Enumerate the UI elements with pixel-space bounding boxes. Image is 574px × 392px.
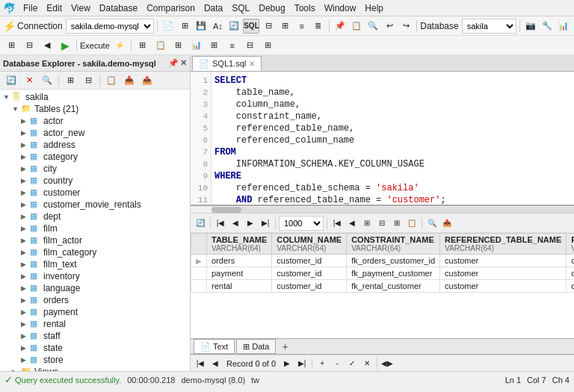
arrow-film_actor[interactable]: ▶ (21, 237, 30, 244)
menu-item-window[interactable]: Window (320, 1, 361, 15)
rec-last-btn[interactable]: ▶| (295, 357, 309, 370)
editor-hscroll[interactable]: ⟺ (191, 206, 574, 214)
tree-table-orders[interactable]: ▶▦orders (0, 294, 190, 306)
rec-next-btn[interactable]: ▶ (280, 357, 294, 370)
exec-btn-10[interactable]: ⊞ (206, 38, 223, 53)
toolbar-btn-7[interactable]: ⊟ (261, 19, 276, 34)
arrow-address[interactable]: ▶ (21, 141, 30, 149)
th-column-name[interactable]: COLUMN_NAMEVARCHAR(64) (272, 234, 347, 255)
res-last-btn[interactable]: ▶| (259, 217, 272, 230)
res-btn-2[interactable]: ◀ (345, 217, 359, 230)
db-delete-btn[interactable]: ✕ (21, 73, 37, 88)
pin-icon[interactable]: 📌 (168, 58, 179, 68)
tree-arrow-tables[interactable]: ▼ (12, 105, 21, 113)
arrow-staff[interactable]: ▶ (21, 332, 30, 340)
menu-item-comparison[interactable]: Comparison (142, 1, 200, 15)
exec-btn-3[interactable]: ◀ (39, 38, 55, 53)
arrow-city[interactable]: ▶ (21, 165, 30, 172)
toolbar-btn-14[interactable]: ↩ (382, 19, 397, 34)
tree-table-store[interactable]: ▶▦store (0, 354, 190, 366)
res-search-btn[interactable]: 🔍 (425, 217, 439, 230)
arrow-inventory[interactable]: ▶ (21, 273, 30, 280)
table-row[interactable]: payment customer_id fk_payment_customer … (191, 267, 575, 280)
menu-item-help[interactable]: Help (360, 1, 388, 15)
toolbar-btn-1[interactable]: 📄 (161, 19, 176, 34)
res-prev-btn[interactable]: ◀ (229, 217, 242, 230)
rec-first-btn[interactable]: |◀ (194, 357, 207, 370)
arrow-payment[interactable]: ▶ (21, 308, 30, 316)
add-tab-btn[interactable]: + (277, 340, 292, 352)
res-btn-1[interactable]: |◀ (330, 217, 344, 230)
exec-btn-12[interactable]: ⊟ (242, 38, 259, 53)
db-filter-btn[interactable]: 🔍 (39, 73, 55, 88)
menu-item-file[interactable]: File (19, 1, 42, 15)
toolbar-btn-10[interactable]: ≣ (311, 19, 326, 34)
tree-table-address[interactable]: ▶▦address (0, 139, 190, 151)
table-row[interactable]: rental customer_id fk_rental_customer cu… (191, 280, 575, 293)
toolbar-btn-11[interactable]: 📌 (333, 19, 348, 34)
arrow-language[interactable]: ▶ (21, 284, 30, 292)
limit-dropdown[interactable]: 1000 100 500 (279, 216, 324, 231)
toolbar-btn-18[interactable]: 📊 (556, 19, 571, 34)
tree-root[interactable]: ▼ 🗄 sakila (0, 91, 190, 103)
res-grid-btn[interactable]: ⊞ (360, 217, 374, 230)
sql-mode-btn[interactable]: SQL (243, 19, 259, 34)
arrow-actor[interactable]: ▶ (21, 117, 30, 125)
res-first-btn[interactable]: |◀ (214, 217, 227, 230)
tree-table-film_text[interactable]: ▶▦film_text (0, 258, 190, 270)
exec-btn-6[interactable]: ⊞ (135, 38, 151, 53)
refresh-results-btn[interactable]: 🔄 (194, 217, 207, 230)
tree-tables[interactable]: ▼ 📁 Tables (21) (0, 103, 190, 115)
arrow-actor_new[interactable]: ▶ (21, 129, 30, 137)
arrow-film[interactable]: ▶ (21, 225, 30, 232)
db-import-btn[interactable]: 📥 (121, 73, 138, 88)
tree-table-customer[interactable]: ▶▦customer (0, 187, 190, 199)
tree-table-city[interactable]: ▶▦city (0, 163, 190, 175)
th-ref-table[interactable]: REFERENCED_TABLE_NAMEVARCHAR(64) (440, 234, 567, 255)
toolbar-btn-12[interactable]: 📋 (349, 19, 364, 34)
tree-table-state[interactable]: ▶▦state (0, 342, 190, 354)
db-export-btn[interactable]: 📤 (139, 73, 155, 88)
arrow-orders[interactable]: ▶ (21, 296, 30, 304)
exec-btn-11[interactable]: ≡ (224, 38, 241, 53)
rec-cancel-btn[interactable]: ✕ (360, 357, 374, 370)
db-tree[interactable]: ▼ 🗄 sakila ▼ 📁 Tables (21) ▶▦actor▶▦acto… (0, 90, 190, 371)
menu-item-debug[interactable]: Debug (254, 1, 289, 15)
toolbar-btn-5[interactable]: 🔄 (226, 19, 241, 34)
close-icon[interactable]: ✕ (180, 58, 187, 68)
tree-table-language[interactable]: ▶▦language (0, 282, 190, 294)
arrow-category[interactable]: ▶ (21, 153, 30, 161)
tab-close-btn[interactable]: ✕ (249, 60, 255, 68)
rec-prev-btn[interactable]: ◀ (209, 357, 222, 370)
arrow-dept[interactable]: ▶ (21, 213, 30, 220)
tab-text[interactable]: 📄 Text (194, 339, 235, 354)
exec-run-btn[interactable]: ▶ (57, 38, 73, 53)
results-table[interactable]: TABLE_NAMEVARCHAR(64) COLUMN_NAMEVARCHAR… (191, 233, 574, 338)
db-refresh-btn[interactable]: 🔄 (3, 73, 19, 88)
toolbar-btn-15[interactable]: ↪ (398, 19, 413, 34)
th-table-name[interactable]: TABLE_NAMEVARCHAR(64) (207, 234, 272, 255)
arrow-film_category[interactable]: ▶ (21, 249, 30, 256)
tree-table-actor_new[interactable]: ▶▦actor_new (0, 127, 190, 139)
sql-editor[interactable]: 12345 678910 11 SELECT table_name, colum… (191, 72, 574, 206)
th-constraint-name[interactable]: CONSTRAINT_NAMEVARCHAR(64) (347, 234, 440, 255)
menu-item-view[interactable]: View (67, 1, 95, 15)
toolbar-btn-4[interactable]: A↕ (210, 19, 225, 34)
arrow-customer_movie_rentals[interactable]: ▶ (21, 201, 30, 208)
menu-item-data[interactable]: Data (200, 1, 227, 15)
tree-table-rental[interactable]: ▶▦rental (0, 318, 190, 330)
tree-table-customer_movie_rentals[interactable]: ▶▦customer_movie_rentals (0, 199, 190, 211)
rec-ok-btn[interactable]: ✓ (345, 357, 359, 370)
res-next-btn[interactable]: ▶ (244, 217, 257, 230)
tree-table-country[interactable]: ▶▦country (0, 175, 190, 187)
rec-delete-btn[interactable]: - (330, 357, 344, 370)
tree-arrow-views[interactable]: ▶ (12, 368, 21, 371)
toolbar-btn-16[interactable]: 📷 (523, 19, 538, 34)
table-row[interactable]: ▶ orders customer_id fk_orders_customer_… (191, 255, 575, 267)
rec-hscroll-btn[interactable]: ◀▶ (380, 357, 394, 370)
db-expand-btn[interactable]: ⊞ (62, 73, 78, 88)
db-copy-btn[interactable]: 📋 (103, 73, 120, 88)
th-ref-column[interactable]: REFERENCED_COLUMN_N...VARCHAR(64) (567, 234, 574, 255)
exec-btn-13[interactable]: ⊞ (260, 38, 277, 53)
exec-btn-2[interactable]: ⊟ (21, 38, 37, 53)
